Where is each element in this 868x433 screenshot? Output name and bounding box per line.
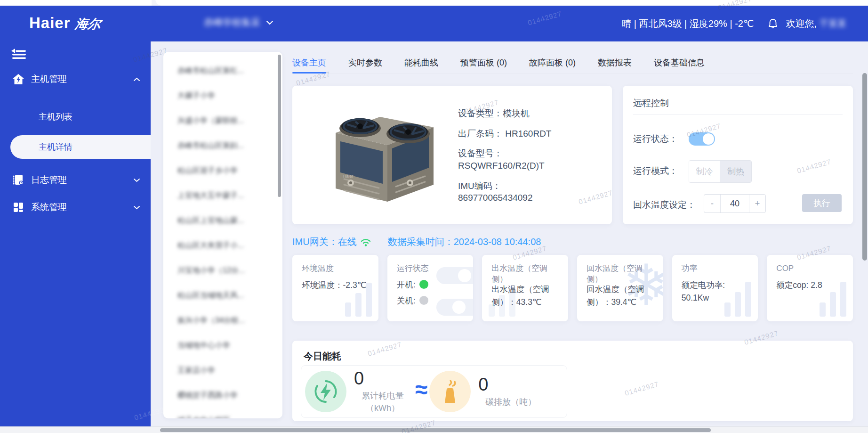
mode-cool-button[interactable]: 制冷: [689, 161, 720, 182]
run-state-toggle[interactable]: [689, 132, 715, 146]
wifi-icon: [360, 237, 372, 247]
school-list-item[interactable]: 松山区大夹营子小...: [163, 233, 282, 258]
school-list-item[interactable]: 王家店小学: [163, 358, 282, 383]
sidebar-subitem-label: 主机列表: [39, 111, 72, 123]
school-list-item[interactable]: 振兴小学（34分校...: [163, 308, 282, 333]
school-list-panel: 赤峰市松山区第红... 大碾子小学 兴盛小学（蒙联校... 赤峰市松山区第妇..…: [163, 52, 282, 418]
sidebar-item-label: 主机管理: [31, 73, 67, 85]
carbon-label: 碳排放（吨）: [475, 396, 546, 408]
stepper-minus-button[interactable]: -: [704, 195, 720, 212]
school-list-item[interactable]: 赤峰市松山区第妇...: [163, 133, 282, 158]
vertical-scrollbar[interactable]: [862, 73, 867, 261]
sidebar-item-log-management[interactable]: 日志管理: [0, 170, 151, 190]
setpoint-stepper: - 40 +: [704, 194, 766, 213]
stepper-plus-button[interactable]: +: [749, 195, 765, 212]
bell-icon[interactable]: [768, 18, 778, 29]
school-list-item[interactable]: 赤峰市松山区第红...: [163, 58, 282, 83]
execute-button[interactable]: 执行: [802, 194, 842, 212]
sidebar-item-system-management[interactable]: 系统管理: [0, 197, 151, 218]
sidebar-subitem-label: 主机详情: [39, 141, 72, 153]
device-info-card: Haier 设备类型：模块机 出厂条码： HR160RDT 设备型号：RSQWR…: [292, 86, 612, 224]
remote-control-card: 远程控制 运行状态： 运行模式： 制冷 制热 回水温度设定： - 40 + 执行: [623, 86, 853, 224]
stat-card-outlet-temp: 出水温度（空调侧） 出水温度（空调侧）：43.3℃: [482, 255, 568, 321]
school-list-item[interactable]: 当铺地中心小学: [163, 333, 282, 358]
energy-metrics-card: 0 累计耗电量（kWh） ≈ 0 碳排放（吨）: [301, 365, 567, 418]
outlet-temp-value: 出水温度（空调侧）：43.3℃: [491, 283, 559, 309]
carbon-value: 0: [478, 375, 546, 395]
gateway-status-row: IMU网关： 在线 数据采集时间： 2024-03-08 10:44:08: [292, 236, 541, 248]
tab-energy-curve[interactable]: 能耗曲线: [404, 52, 438, 74]
off-status-dot: [419, 296, 428, 305]
school-list-item[interactable]: 大碾子小学: [163, 83, 282, 108]
chevron-down-icon: [266, 20, 273, 25]
imu-gateway-status: 在线: [338, 236, 357, 248]
sidebar-item-label: 系统管理: [31, 201, 67, 213]
school-list-scrollbar[interactable]: [278, 55, 281, 197]
run-mode-label: 运行模式：: [633, 165, 678, 177]
tab-fault-panel[interactable]: 故障面板 (0): [529, 52, 576, 74]
sidebar-nav: 主机管理 主机列表 主机详情 日志管理: [0, 41, 151, 433]
log-book-icon: [12, 174, 24, 186]
school-list-item[interactable]: 兴盛小学（蒙联校...: [163, 108, 282, 133]
sidebar-item-host-management[interactable]: 主机管理: [0, 69, 151, 90]
weather-text: 晴 | 西北风3级 | 湿度29% | -2℃: [622, 17, 754, 30]
carbon-metric: 0 碳排放（吨）: [475, 375, 546, 408]
school-list-item[interactable]: 樱桃贺子西路小学: [163, 383, 282, 408]
horizontal-scrollbar-track: [0, 426, 868, 433]
sidebar-item-label: 日志管理: [31, 174, 67, 186]
site-name-blurred: 赤峰学校集采: [204, 16, 260, 29]
approx-equal-icon: ≈: [415, 376, 427, 402]
device-barcode-field: 出厂条码： HR160RDT: [458, 128, 599, 140]
svg-text:Haier: Haier: [343, 174, 354, 179]
today-energy-title: 今日能耗: [304, 350, 341, 363]
electricity-label: 累计耗电量（kWh）: [351, 390, 414, 414]
run-state-label: 运行状态：: [633, 133, 678, 145]
mode-heat-button[interactable]: 制热: [720, 161, 751, 182]
tab-warning-panel[interactable]: 预警面板 (0): [460, 52, 507, 74]
device-fields: 设备类型：模块机 出厂条码： HR160RDT 设备型号：RSQWRF160/R…: [458, 107, 599, 212]
school-list-item[interactable]: 上官地大五中蒙子...: [163, 183, 282, 208]
toggle-knob: [703, 133, 714, 145]
divider: [633, 114, 843, 114]
device-model-field: 设备型号：RSQWRF160/R2(D)T: [458, 147, 599, 172]
chiller-unit-image: Haier: [322, 104, 443, 205]
stat-card-ambient-temp: 环境温度 环境温度：-2.3℃: [292, 255, 378, 321]
tab-data-report[interactable]: 数据报表: [598, 52, 632, 74]
tab-realtime-params[interactable]: 实时参数: [348, 52, 382, 74]
setpoint-label: 回水温度设定：: [633, 199, 696, 211]
school-list-item[interactable]: 松山区迎子乡小学: [163, 158, 282, 183]
user-name-blurred[interactable]: 于某某: [820, 17, 846, 30]
strip-left: [0, 0, 152, 6]
school-list-item[interactable]: 川宝地小学（12分...: [163, 258, 282, 283]
device-type-field: 设备类型：模块机: [458, 107, 599, 120]
return-temp-value: 回水温度（空调侧）：39.4℃: [587, 283, 654, 309]
ambient-temp-value: 环境温度：-2.3℃: [302, 279, 369, 292]
brand-cn-text: 海尔: [74, 16, 102, 33]
brand-text: Haier: [29, 14, 71, 32]
electricity-metric: 0 累计耗电量（kWh）: [351, 369, 414, 414]
electricity-value: 0: [354, 369, 414, 389]
stat-card-return-temp: ❄ 回水温度（空调侧） 回水温度（空调侧）：39.4℃: [577, 255, 663, 321]
school-list-item[interactable]: 城子乡中心校区: [163, 408, 282, 418]
remote-control-title: 远程控制: [633, 97, 669, 109]
sidebar-item-host-detail-active[interactable]: 主机详情: [10, 135, 151, 159]
collapse-menu-icon[interactable]: [11, 47, 27, 61]
collect-time-label: 数据采集时间：: [388, 236, 454, 248]
electricity-icon: [305, 371, 346, 412]
chevron-up-icon: [133, 77, 140, 82]
device-imu-field: IMU编码：869770065434092: [458, 180, 599, 204]
site-selector-dropdown[interactable]: 赤峰学校集采: [204, 16, 273, 29]
school-list-item[interactable]: 松山区上官地山蒙...: [163, 208, 282, 233]
app-page: Haier 海尔 赤峰学校集采 晴 | 西北风3级 | 湿度29% | -2℃ …: [0, 0, 868, 433]
tab-device-base-info[interactable]: 设备基础信息: [654, 52, 705, 74]
tab-device-home[interactable]: 设备主页: [292, 52, 326, 74]
rated-power-value: 额定电功率: 50.1Kw: [682, 279, 749, 304]
chevron-down-icon: [133, 205, 140, 210]
header-right: 晴 | 西北风3级 | 湿度29% | -2℃ 欢迎您, 于某某: [622, 6, 846, 41]
sidebar-item-host-list[interactable]: 主机列表: [39, 107, 72, 126]
horizontal-scrollbar[interactable]: [160, 428, 711, 432]
collect-time-value: 2024-03-08 10:44:08: [454, 237, 541, 247]
chevron-down-icon: [133, 178, 140, 182]
school-list-item[interactable]: 松山区当铺地天风...: [163, 283, 282, 308]
stepper-value[interactable]: 40: [720, 195, 749, 212]
